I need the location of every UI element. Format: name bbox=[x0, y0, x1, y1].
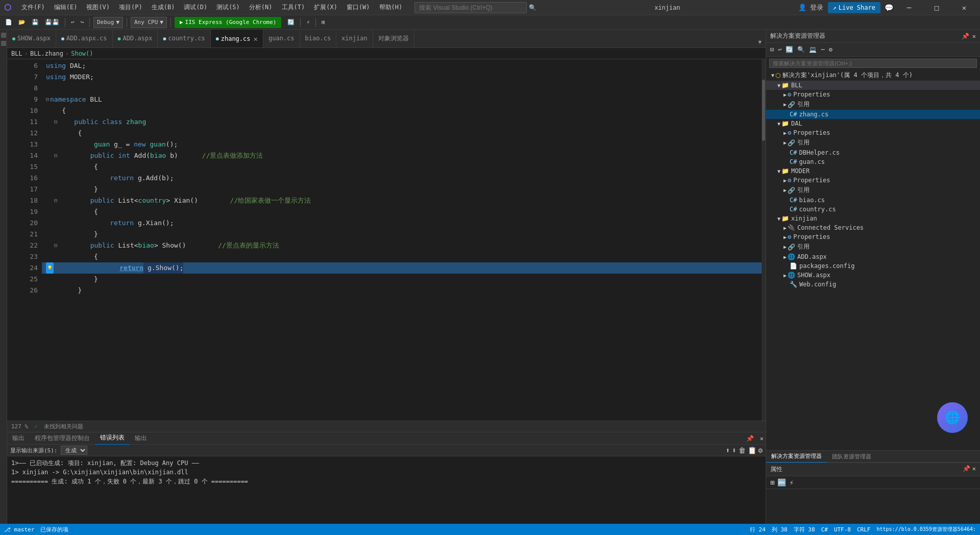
activity-icon-1[interactable] bbox=[1, 33, 6, 38]
se-country-cs[interactable]: C# country.cs bbox=[766, 205, 980, 214]
menu-edit[interactable]: 编辑(E) bbox=[50, 1, 82, 14]
debug-config-dropdown[interactable]: Debug ▼ bbox=[93, 17, 123, 28]
props-categorized-btn[interactable]: ⊞ bbox=[770, 478, 774, 487]
se-moder-properties[interactable]: ▶ ⚙ Properties bbox=[766, 176, 980, 185]
menu-view[interactable]: 视图(V) bbox=[82, 1, 114, 14]
se-dal-properties[interactable]: ▶ ⚙ Properties bbox=[766, 128, 980, 137]
se-web-config[interactable]: 🔧 Web.config bbox=[766, 280, 980, 289]
se-btn-5[interactable]: 💻 bbox=[808, 45, 818, 54]
maximize-button[interactable]: □ bbox=[925, 0, 948, 15]
menu-analyze[interactable]: 分析(N) bbox=[245, 1, 277, 14]
se-btn-4[interactable]: 🔍 bbox=[796, 45, 806, 54]
se-xinjian-properties[interactable]: ▶ ⚙ Properties bbox=[766, 232, 980, 241]
status-row[interactable]: 行 24 bbox=[750, 526, 766, 533]
props-events-btn[interactable]: ⚡ bbox=[789, 478, 793, 487]
run-button[interactable]: ▶ IIS Express (Google Chrome) bbox=[175, 17, 281, 28]
breadcrumb-path2[interactable]: BLL.zhang bbox=[30, 50, 63, 57]
tab-show-aspx[interactable]: ● SHOW.aspx bbox=[7, 30, 56, 47]
no-errors-text[interactable]: 未找到相关问题 bbox=[44, 423, 83, 430]
new-file-btn[interactable]: 📄 bbox=[3, 18, 14, 27]
tab-add-aspx-cs[interactable]: ● ADD.aspx.cs bbox=[56, 30, 113, 47]
se-packages-config[interactable]: 📄 packages.config bbox=[766, 261, 980, 271]
se-dbhelper-cs[interactable]: C# DBHelper.cs bbox=[766, 148, 980, 157]
tab-package-manager[interactable]: 程序包管理器控制台 bbox=[30, 432, 95, 445]
minimize-button[interactable]: ─ bbox=[897, 0, 921, 15]
feedback-icon[interactable]: 💬 bbox=[885, 4, 893, 12]
se-show-aspx[interactable]: ▶ 🌐 SHOW.aspx bbox=[766, 271, 980, 280]
editor-scrollbar[interactable] bbox=[762, 59, 766, 421]
rp-tab-team[interactable]: 团队资源管理器 bbox=[827, 451, 876, 463]
tab-output-2[interactable]: 输出 bbox=[130, 432, 152, 445]
se-btn-1[interactable]: ⊟ bbox=[769, 45, 775, 54]
tab-country-cs[interactable]: ● country.cs bbox=[158, 30, 210, 47]
status-eol[interactable]: CRLF bbox=[857, 526, 871, 533]
se-dal-references[interactable]: ▶ 🔗 引用 bbox=[766, 137, 980, 148]
tab-biao-cs[interactable]: biao.cs bbox=[300, 30, 337, 47]
zoom-level[interactable]: 127 % bbox=[11, 423, 28, 430]
tab-guan-cs[interactable]: guan.cs bbox=[263, 30, 300, 47]
se-bll-folder[interactable]: ▼ 📁 BLL bbox=[766, 81, 980, 90]
status-git[interactable]: ⎇ master bbox=[4, 526, 34, 533]
output-close-btn[interactable]: ✕ bbox=[758, 434, 766, 443]
status-lang[interactable]: C# bbox=[821, 526, 828, 533]
output-btn-5[interactable]: ⚙ bbox=[758, 446, 763, 454]
refresh-btn[interactable]: 🔄 bbox=[285, 18, 297, 27]
menu-file[interactable]: 文件(F) bbox=[17, 1, 49, 14]
breadcrumb-path3[interactable]: Show() bbox=[71, 50, 93, 57]
se-xinjian-folder[interactable]: ▼ 📁 xinjian bbox=[766, 214, 980, 223]
menu-build[interactable]: 生成(B) bbox=[148, 1, 179, 14]
scrollbar-thumb[interactable] bbox=[762, 80, 765, 141]
tab-zhang-cs[interactable]: ● zhang.cs ✕ bbox=[211, 30, 263, 47]
se-dal-folder[interactable]: ▼ 📁 DAL bbox=[766, 119, 980, 128]
se-biao-cs[interactable]: C# biao.cs bbox=[766, 196, 980, 205]
save-btn[interactable]: 💾 bbox=[30, 18, 41, 27]
se-btn-3[interactable]: 🔄 bbox=[785, 45, 794, 54]
se-xinjian-references[interactable]: ▶ 🔗 引用 bbox=[766, 241, 980, 252]
props-alphabetical-btn[interactable]: 🔤 bbox=[777, 478, 786, 487]
tab-close-zhang[interactable]: ✕ bbox=[254, 35, 258, 43]
attach-btn[interactable]: ⚡ bbox=[304, 18, 312, 27]
se-close-btn[interactable]: ✕ bbox=[972, 33, 976, 40]
menu-test[interactable]: 测试(S) bbox=[212, 1, 244, 14]
menu-tools[interactable]: 工具(T) bbox=[278, 1, 309, 14]
se-moder-references[interactable]: ▶ 🔗 引用 bbox=[766, 185, 980, 196]
open-file-btn[interactable]: 📂 bbox=[16, 18, 28, 27]
status-save[interactable]: 已保存的项 bbox=[40, 526, 68, 533]
se-btn-7[interactable]: ⚙ bbox=[828, 45, 834, 54]
se-search-input[interactable] bbox=[769, 59, 977, 68]
se-connected-services[interactable]: ▶ 🔌 Connected Services bbox=[766, 223, 980, 232]
breadcrumb-path1[interactable]: BLL bbox=[11, 50, 22, 57]
tab-add-aspx[interactable]: ● ADD.aspx bbox=[113, 30, 158, 47]
se-pin-btn[interactable]: 📌 bbox=[962, 33, 969, 40]
rp-tab-solution[interactable]: 解决方案资源管理器 bbox=[766, 450, 827, 463]
output-pin-btn[interactable]: 📌 bbox=[744, 434, 756, 443]
platform-dropdown[interactable]: Any CPU ▼ bbox=[131, 17, 167, 28]
menu-help[interactable]: 帮助(H) bbox=[375, 1, 407, 14]
undo-btn[interactable]: ↩ bbox=[69, 18, 77, 27]
output-btn-1[interactable]: ⬆ bbox=[726, 446, 730, 454]
tab-output-1[interactable]: 输出 bbox=[7, 432, 30, 445]
se-add-aspx[interactable]: ▶ 🌐 ADD.aspx bbox=[766, 252, 980, 261]
status-char[interactable]: 字符 38 bbox=[794, 526, 815, 533]
tab-xinjian[interactable]: xinjian bbox=[336, 30, 373, 47]
se-zhang-cs[interactable]: C# zhang.cs bbox=[766, 110, 980, 119]
output-btn-2[interactable]: ⬇ bbox=[732, 446, 736, 454]
tab-more-btn[interactable]: ▼ bbox=[754, 37, 766, 47]
se-bll-references[interactable]: ▶ 🔗 引用 bbox=[766, 99, 980, 110]
se-moder-folder[interactable]: ▼ 📁 MODER bbox=[766, 166, 980, 176]
status-url[interactable]: https://blo.0.0359资源管理器56464: bbox=[877, 526, 976, 533]
menu-debug[interactable]: 调试(D) bbox=[180, 1, 211, 14]
source-select[interactable]: 生成 bbox=[61, 446, 87, 455]
activity-icon-2[interactable] bbox=[1, 41, 6, 46]
code-editor[interactable]: using DAL; using MODER; ⊟namespace BLL {… bbox=[42, 59, 762, 421]
more-tools[interactable]: ⊞ bbox=[320, 18, 327, 27]
tab-object-browser[interactable]: 对象浏览器 bbox=[373, 30, 414, 47]
menu-extensions[interactable]: 扩展(X) bbox=[310, 1, 341, 14]
se-guan-cs[interactable]: C# guan.cs bbox=[766, 157, 980, 166]
tab-error-list[interactable]: 错误列表 bbox=[95, 431, 130, 445]
se-bll-properties[interactable]: ▶ ⚙ Properties bbox=[766, 90, 980, 99]
props-close-btn[interactable]: ✕ bbox=[972, 465, 976, 474]
liveshare-button[interactable]: ↗ Live Share bbox=[828, 2, 880, 13]
login-icon[interactable]: 👤 登录 bbox=[798, 3, 824, 12]
props-pin-btn[interactable]: 📌 bbox=[963, 465, 970, 474]
